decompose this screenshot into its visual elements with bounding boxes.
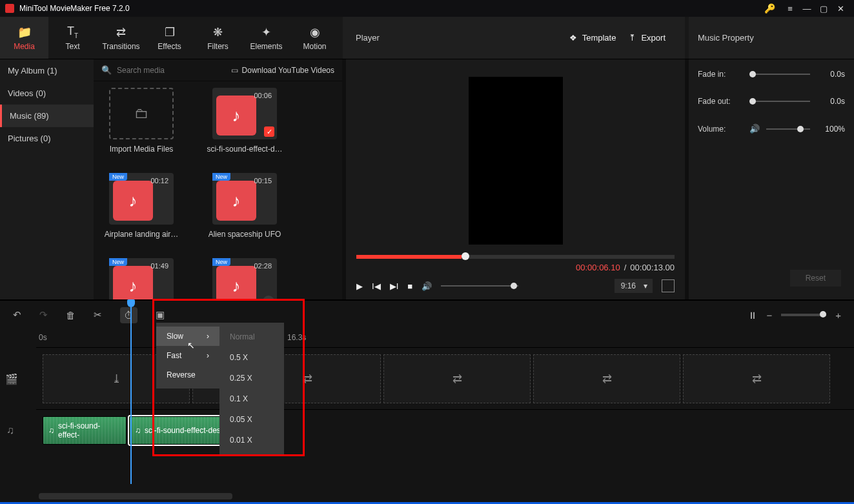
player-panel: 00:00:06.10 / 00:00:13.00 ▶ I◀ ▶I ■ 🔊 9:… [346, 59, 685, 299]
speed-menu-reverse[interactable]: Reverse [156, 365, 219, 385]
crop-button[interactable]: ▣ [156, 309, 165, 321]
titlebar: MiniTool MovieMaker Free 7.2.0 🔑 ≡ — ▢ ✕ [0, 0, 854, 17]
search-input[interactable] [117, 66, 226, 75]
tab-label: Transitions [102, 42, 139, 51]
tab-label: Motion [303, 42, 326, 51]
tab-elements[interactable]: ✦ Elements [242, 17, 290, 59]
speed-option[interactable]: 0.1 X [219, 388, 284, 409]
zoom-out-button[interactable]: − [766, 310, 772, 321]
reset-button[interactable]: Reset [790, 270, 841, 287]
thumb-duration: 02:28 [254, 262, 272, 270]
media-thumb[interactable]: New ♪ 00:12 Airplane landing air… [103, 173, 180, 239]
timeline-ruler[interactable]: 0s 16.3s [0, 329, 854, 347]
new-badge: New [109, 258, 127, 266]
download-youtube-button[interactable]: ▭ Download YouTube Videos [231, 66, 334, 75]
speed-menu-slow[interactable]: Slow › [156, 327, 219, 346]
undo-button[interactable]: ↶ [13, 309, 21, 321]
speed-submenu: Normal 0.5 X 0.25 X 0.1 X 0.05 X 0.01 X [219, 323, 284, 454]
key-icon[interactable]: 🔑 [761, 0, 778, 17]
elements-icon: ✦ [261, 25, 271, 39]
download-youtube-label: Download YouTube Videos [242, 66, 334, 75]
thumb-name: Airplane landing air… [103, 230, 180, 239]
folder-import-icon: 🗀 [134, 105, 148, 122]
ruler-tick: 0s [39, 333, 47, 342]
fadeout-slider[interactable] [749, 101, 810, 102]
video-slot[interactable]: ⇄ [533, 354, 680, 403]
media-thumb[interactable]: New ♪ 02:28 ⬇ [206, 258, 283, 299]
fadein-slider[interactable] [749, 74, 810, 75]
music-note-icon: ♪ [113, 181, 153, 221]
media-thumb[interactable]: New ♪ 00:15 Alien spaceship UFO [206, 173, 283, 239]
preview-viewport[interactable] [469, 77, 563, 245]
fullscreen-button[interactable] [662, 279, 675, 292]
new-badge: New [212, 173, 230, 181]
app-title: MiniTool MovieMaker Free 7.2.0 [19, 4, 761, 13]
tab-label: Filters [207, 42, 229, 51]
delete-button[interactable]: 🗑 [66, 310, 76, 321]
media-sidebar: My Album (1) Videos (0) Music (89) Pictu… [0, 59, 94, 299]
sidebar-item-videos[interactable]: Videos (0) [0, 82, 94, 105]
text-icon: TT [67, 25, 78, 39]
motion-icon: ◉ [310, 25, 320, 39]
speed-menu-fast[interactable]: Fast › [156, 346, 219, 365]
redo-button[interactable]: ↷ [39, 309, 48, 321]
media-area: 🔍 ▭ Download YouTube Videos 🗀 Import Med… [94, 59, 342, 299]
player-label: Player [356, 33, 563, 43]
zoom-in-button[interactable]: + [835, 310, 841, 321]
tab-label: Text [65, 42, 79, 51]
tab-motion[interactable]: ◉ Motion [290, 17, 339, 59]
volume-icon[interactable]: 🔊 [422, 281, 432, 291]
tab-label: Effects [158, 42, 181, 51]
export-label: Export [641, 33, 666, 43]
audio-clip[interactable]: ♫ sci-fi-sound-effect- [43, 416, 127, 445]
property-header: Music Property [689, 17, 854, 59]
playhead[interactable] [130, 301, 132, 484]
speed-option[interactable]: 0.5 X [219, 347, 284, 368]
template-label: Template [582, 33, 616, 43]
close-icon[interactable]: ✕ [832, 0, 849, 17]
aspect-ratio-select[interactable]: 9:16 ▾ [615, 279, 653, 293]
sidebar-item-pictures[interactable]: Pictures (0) [0, 127, 94, 150]
scrubber[interactable] [356, 255, 675, 259]
property-title: Music Property [698, 33, 754, 43]
zoom-slider[interactable] [781, 314, 826, 316]
export-button[interactable]: ⤒ Export [622, 29, 672, 46]
prop-volume-slider[interactable] [766, 128, 810, 130]
video-slot[interactable]: ⇄ [383, 354, 531, 403]
speed-option[interactable]: 0.01 X [219, 430, 284, 450]
menu-label: Fast [167, 351, 181, 360]
prev-frame-button[interactable]: I◀ [372, 281, 381, 291]
thumb-duration: 00:12 [150, 177, 168, 185]
magnet-icon[interactable]: ⏸ [747, 310, 757, 321]
ruler-tick: 16.3s [287, 333, 306, 342]
stop-button[interactable]: ■ [407, 281, 412, 291]
speed-option-normal[interactable]: Normal [219, 327, 284, 347]
speaker-icon[interactable]: 🔊 [749, 124, 760, 134]
split-button[interactable]: ✂ [94, 309, 102, 321]
minimize-icon[interactable]: — [798, 0, 815, 17]
maximize-icon[interactable]: ▢ [815, 0, 832, 17]
tab-transitions[interactable]: ⇄ Transitions [97, 17, 145, 59]
video-slot[interactable]: ⇄ [683, 354, 830, 403]
media-thumb[interactable]: ♪ 00:06 ✓ sci-fi-sound-effect-d… [206, 88, 283, 154]
speed-option[interactable]: 0.05 X [219, 409, 284, 430]
audio-track[interactable]: ♫ ♫ sci-fi-sound-effect- ♫ sci-fi-sound-… [36, 409, 854, 450]
sidebar-item-music[interactable]: Music (89) [0, 105, 94, 127]
sidebar-item-myalbum[interactable]: My Album (1) [0, 59, 94, 82]
next-frame-button[interactable]: ▶I [390, 281, 399, 291]
speed-button[interactable]: ⏱ [120, 307, 137, 323]
media-thumb[interactable]: New ♪ 01:49 [103, 258, 180, 299]
add-track-icon[interactable]: 🎬 [5, 372, 18, 385]
timeline-scrollbar[interactable] [39, 493, 844, 499]
import-media-button[interactable]: 🗀 Import Media Files [103, 88, 180, 154]
tab-media[interactable]: 📁 Media [0, 17, 48, 59]
menu-icon[interactable]: ≡ [782, 0, 798, 17]
tab-effects[interactable]: ❐ Effects [145, 17, 194, 59]
tab-text[interactable]: TT Text [48, 17, 97, 59]
volume-slider[interactable] [441, 285, 518, 287]
template-button[interactable]: ❖ Template [563, 29, 623, 46]
play-button[interactable]: ▶ [356, 281, 363, 291]
tab-filters[interactable]: ❋ Filters [194, 17, 242, 59]
speed-option[interactable]: 0.25 X [219, 368, 284, 388]
music-note-icon: ♪ [216, 96, 256, 136]
